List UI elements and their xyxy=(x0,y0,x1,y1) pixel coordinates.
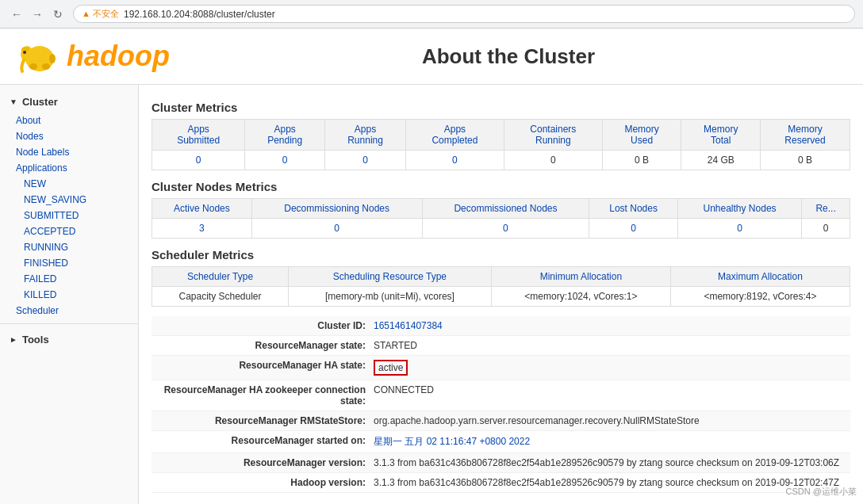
hadoop-logo: h adoop xyxy=(16,36,170,76)
sidebar-divider xyxy=(0,323,138,324)
sidebar-item-new[interactable]: NEW xyxy=(8,176,138,192)
tools-label: Tools xyxy=(22,334,49,346)
th-memory-reserved: MemoryReserved xyxy=(761,120,850,151)
security-warning: ▲ 不安全 xyxy=(82,8,119,20)
th-unhealthy-nodes: Unhealthy Nodes xyxy=(677,199,801,219)
sidebar-item-submitted[interactable]: SUBMITTED xyxy=(8,208,138,223)
th-active-nodes: Active Nodes xyxy=(152,199,252,219)
td-containers-running: 0 xyxy=(504,151,602,170)
sidebar-item-about[interactable]: About xyxy=(0,113,138,128)
cluster-id-value: 1651461407384 xyxy=(374,320,850,331)
address-bar[interactable]: ▲ 不安全 192.168.10.204:8088/cluster/cluste… xyxy=(73,5,855,23)
sidebar-item-failed[interactable]: FAILED xyxy=(8,271,138,287)
th-containers-running: ContainersRunning xyxy=(504,120,602,151)
th-decommissioning-nodes: Decommissioning Nodes xyxy=(251,199,422,219)
th-min-allocation: Minimum Allocation xyxy=(491,267,670,287)
sidebar-item-nodes[interactable]: Nodes xyxy=(0,128,138,144)
logo-text2: adoop xyxy=(84,40,170,73)
td-re-nodes: 0 xyxy=(802,219,850,239)
th-memory-total: MemoryTotal xyxy=(681,120,761,151)
td-decommissioned-nodes: 0 xyxy=(422,219,589,239)
sidebar-item-running[interactable]: RUNNING xyxy=(8,239,138,255)
rm-version-label: ResourceManager version: xyxy=(152,457,374,468)
elephant-icon xyxy=(16,36,63,76)
td-memory-total: 24 GB xyxy=(681,151,761,170)
svg-point-6 xyxy=(49,54,56,63)
rm-ha-zk-value: CONNECTED xyxy=(374,384,850,395)
rm-ha-state-label: ResourceManager HA state: xyxy=(152,360,374,371)
cluster-section-header[interactable]: ▼ Cluster xyxy=(0,91,138,113)
content-area: Cluster Metrics AppsSubmitted AppsPendin… xyxy=(139,85,863,504)
hadoop-version-label: Hadoop version: xyxy=(152,477,374,488)
cluster-id-label: Cluster ID: xyxy=(152,320,374,331)
svg-point-4 xyxy=(42,63,50,70)
url-text: 192.168.10.204:8088/cluster/cluster xyxy=(124,9,275,20)
nav-buttons: ← → ↻ xyxy=(8,6,67,23)
sidebar-item-finished[interactable]: FINISHED xyxy=(8,255,138,271)
td-max-allocation: <memory:8192, vCores:4> xyxy=(670,287,850,307)
rm-store-value: org.apache.hadoop.yarn.server.resourcema… xyxy=(374,415,850,426)
back-button[interactable]: ← xyxy=(8,6,25,23)
rm-store-label: ResourceManager RMStateStore: xyxy=(152,415,374,426)
td-unhealthy-nodes: 0 xyxy=(677,219,801,239)
sidebar-item-new-saving[interactable]: NEW_SAVING xyxy=(8,192,138,208)
th-decommissioned-nodes: Decommissioned Nodes xyxy=(422,199,589,219)
active-badge: active xyxy=(374,360,408,376)
info-row-rm-ha-state: ResourceManager HA state: active xyxy=(152,356,850,380)
nodes-metrics-table: Active Nodes Decommissioning Nodes Decom… xyxy=(152,198,850,239)
rm-version-value: 3.1.3 from ba631c436b806728f8ec2f54ab1e2… xyxy=(374,457,850,468)
rm-started-label: ResourceManager started on: xyxy=(152,435,374,446)
info-row-rm-started: ResourceManager started on: 星期一 五月 02 11… xyxy=(152,431,850,453)
sidebar-item-accepted[interactable]: ACCEPTED xyxy=(8,223,138,239)
td-min-allocation: <memory:1024, vCores:1> xyxy=(491,287,670,307)
page-title: About the Cluster xyxy=(170,44,847,69)
td-apps-completed: 0 xyxy=(405,151,504,170)
cluster-metrics-title: Cluster Metrics xyxy=(152,101,850,114)
td-memory-used: 0 B xyxy=(602,151,681,170)
sidebar-item-scheduler[interactable]: Scheduler xyxy=(0,303,138,319)
page-wrapper: h adoop About the Cluster ▼ Cluster Abou… xyxy=(0,29,863,504)
sidebar-item-applications[interactable]: Applications xyxy=(0,160,138,176)
th-apps-running: AppsRunning xyxy=(325,120,406,151)
svg-point-2 xyxy=(21,47,29,52)
rm-started-value: 星期一 五月 02 11:16:47 +0800 2022 xyxy=(374,435,850,449)
info-row-rm-ha-zk: ResourceManager HA zookeeper connection … xyxy=(152,380,850,411)
th-max-allocation: Maximum Allocation xyxy=(670,267,850,287)
th-apps-pending: AppsPending xyxy=(245,120,325,151)
info-row-hadoop-version: Hadoop version: 3.1.3 from ba631c436b806… xyxy=(152,473,850,493)
cluster-arrow: ▼ xyxy=(10,97,17,106)
td-scheduler-type: Capacity Scheduler xyxy=(152,287,289,307)
forward-button[interactable]: → xyxy=(29,6,46,23)
tools-section-header[interactable]: ► Tools xyxy=(0,329,138,350)
sidebar: ▼ Cluster About Nodes Node Labels Applic… xyxy=(0,85,139,504)
td-decommissioning-nodes: 0 xyxy=(251,219,422,239)
scheduler-metrics-title: Scheduler Metrics xyxy=(152,248,850,262)
applications-submenu: NEW NEW_SAVING SUBMITTED ACCEPTED RUNNIN… xyxy=(0,176,138,303)
rm-ha-zk-label: ResourceManager HA zookeeper connection … xyxy=(152,384,374,407)
svg-point-5 xyxy=(29,63,37,70)
scheduler-metrics-table: Scheduler Type Scheduling Resource Type … xyxy=(152,266,850,307)
th-apps-submitted: AppsSubmitted xyxy=(152,120,245,151)
th-lost-nodes: Lost Nodes xyxy=(589,199,677,219)
refresh-button[interactable]: ↻ xyxy=(49,6,67,23)
main-layout: ▼ Cluster About Nodes Node Labels Applic… xyxy=(0,85,863,504)
th-re-nodes: Re... xyxy=(802,199,850,219)
td-apps-running: 0 xyxy=(325,151,406,170)
info-row-rm-version: ResourceManager version: 3.1.3 from ba63… xyxy=(152,453,850,473)
hadoop-version-value: 3.1.3 from ba631c436b806728f8ec2f54ab1e2… xyxy=(374,477,850,488)
info-row-rm-state: ResourceManager state: STARTED xyxy=(152,336,850,356)
nodes-metrics-title: Cluster Nodes Metrics xyxy=(152,180,850,193)
cluster-label: Cluster xyxy=(22,96,58,108)
sidebar-item-killed[interactable]: KILLED xyxy=(8,287,138,303)
cluster-metrics-table: AppsSubmitted AppsPending AppsRunning Ap… xyxy=(152,119,850,170)
browser-chrome: ← → ↻ ▲ 不安全 192.168.10.204:8088/cluster/… xyxy=(0,0,863,29)
sidebar-item-node-labels[interactable]: Node Labels xyxy=(0,144,138,160)
page-header: h adoop About the Cluster xyxy=(0,29,863,85)
td-apps-submitted: 0 xyxy=(152,151,245,170)
td-scheduling-resource-type: [memory-mb (unit=Mi), vcores] xyxy=(289,287,492,307)
td-apps-pending: 0 xyxy=(245,151,325,170)
rm-ha-state-value: active xyxy=(374,360,850,376)
info-section: Cluster ID: 1651461407384 ResourceManage… xyxy=(152,316,850,493)
rm-state-label: ResourceManager state: xyxy=(152,340,374,351)
tools-arrow: ► xyxy=(10,335,17,344)
